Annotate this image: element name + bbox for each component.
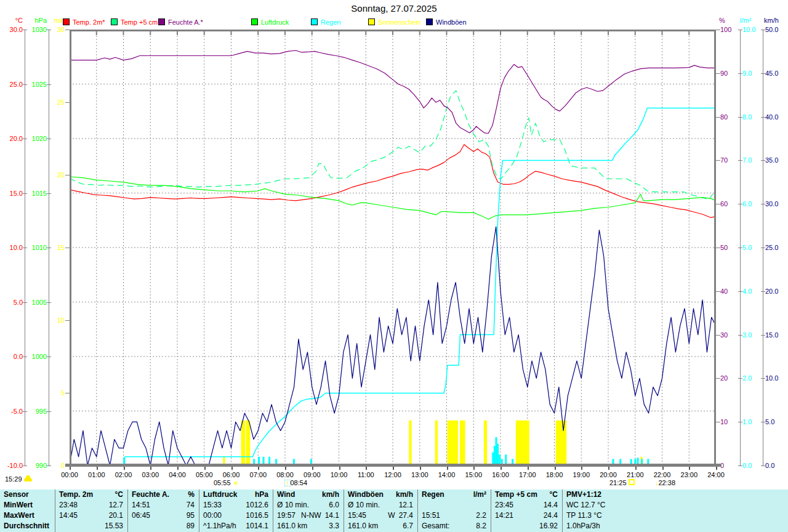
pressure-axis-tick xyxy=(47,302,51,303)
legend-label: Regen xyxy=(321,18,340,26)
table-column-header: Temp +5 cm°C xyxy=(491,490,562,500)
unit-label-hpa: hPa xyxy=(26,17,47,25)
cell-time: Gesamt: xyxy=(422,521,449,531)
unit-label-percent: % xyxy=(719,17,725,25)
table-column-windb-en: Windböenkm/hØ 10 min.12.115:45W27.4161.0… xyxy=(344,490,417,532)
rain-axis-tick xyxy=(738,422,742,422)
humidity-axis-tick-label: 90 xyxy=(720,70,728,78)
table-column-pmv-1-12: PMV+1:12WC 12.7 °CTP 11.3 °C1.0hPa/3h xyxy=(562,490,788,532)
x-tick xyxy=(312,467,313,470)
sensor-unit: °C xyxy=(550,490,558,500)
x-tick xyxy=(124,467,125,470)
x-tick-label: 08:00 xyxy=(271,471,299,478)
cell-time: 06:45 xyxy=(132,510,150,521)
sunshine-bar xyxy=(435,421,438,465)
cell-value: 3.3 xyxy=(329,521,339,531)
wind-axis-tick-label: 50.0 xyxy=(765,26,778,34)
cell-value: 1014.1 xyxy=(246,521,268,531)
unit-label-lm2: l/m² xyxy=(740,17,751,25)
table-column-header: Regenl/m² xyxy=(418,490,491,500)
rain-axis-tick xyxy=(738,204,742,204)
rain-axis-tick-label: 4.0 xyxy=(742,288,752,296)
legend-item: Sonnenschein xyxy=(368,18,421,26)
wind-axis-tick xyxy=(761,335,765,336)
rain-bar xyxy=(496,437,497,465)
moonrise-marker: ↑08:54 xyxy=(284,479,307,486)
table-cell-row: 23:4812.7 xyxy=(55,500,127,510)
legend-label: Temp +5 cm xyxy=(121,18,158,26)
humidity-axis-tick xyxy=(716,422,720,422)
table-cell-row: 14:2124.4 xyxy=(491,510,562,521)
rain-axis-tick xyxy=(738,73,742,74)
sun-icon: ☀ xyxy=(233,479,239,488)
table-column-header: Windböenkm/h xyxy=(344,490,417,500)
x-tick xyxy=(635,467,637,470)
table-column-header: PMV+1:12 xyxy=(563,490,788,500)
sunshine-axis-tick-label: 0 xyxy=(36,462,65,470)
cell-value: 27.4 xyxy=(399,510,413,521)
x-tick-label: 16:00 xyxy=(487,471,514,478)
table-cell-row xyxy=(418,500,491,510)
cell-value: 8.2 xyxy=(476,521,486,531)
table-column-temp-5-cm: Temp +5 cm°C23:4514.414:2124.416.92 xyxy=(491,490,562,532)
table-column-header: Feuchte A.% xyxy=(128,490,199,500)
cell-time: 15:33 xyxy=(203,500,222,510)
plot-border xyxy=(71,31,715,466)
cell-time: 161.0 km xyxy=(348,521,378,531)
pressure-axis-tick xyxy=(47,139,51,139)
humidity-axis-tick xyxy=(716,73,720,74)
sunshine-axis-tick xyxy=(65,320,70,321)
cell-value: 24.4 xyxy=(544,510,558,521)
x-tick xyxy=(339,467,340,470)
x-tick-label: 04:00 xyxy=(164,471,191,478)
table-cell-row: 161.0 km3.3 xyxy=(273,521,344,531)
unit-label-kmh: km/h xyxy=(764,17,779,25)
sunshine-axis-tick xyxy=(65,30,70,30)
table-cell-row: 15:512.2 xyxy=(418,510,491,521)
humidity-axis-tick xyxy=(716,117,720,118)
stats-table: SensorMinWertMaxWertDurchschnittTemp. 2m… xyxy=(0,490,788,532)
table-cell-row: 1.0hPa/3h xyxy=(563,521,788,531)
table-column-header: Temp. 2m°C xyxy=(55,490,127,500)
humidity-axis-tick xyxy=(716,378,720,379)
rain-axis-tick-label: 10.0 xyxy=(742,26,755,34)
rain-axis-tick xyxy=(738,465,742,466)
x-tick xyxy=(608,467,609,470)
legend-item: Regen xyxy=(311,18,340,26)
sensor-unit: km/h xyxy=(396,490,413,500)
cell-direction: W xyxy=(388,510,395,521)
legend-color-swatch xyxy=(311,18,318,25)
wind-axis-tick xyxy=(761,30,765,30)
sunshine-bar xyxy=(484,421,487,465)
humidity-axis-tick xyxy=(716,335,720,336)
measured-at-time: 15:29 xyxy=(5,475,22,483)
legend-label: Windböen xyxy=(436,18,467,26)
x-tick-label: 19:00 xyxy=(568,471,595,478)
legend-color-swatch xyxy=(158,18,165,25)
cell-time: 23:45 xyxy=(495,500,513,510)
pressure-axis-tick-label: 1025 xyxy=(18,81,47,89)
x-tick xyxy=(150,467,151,470)
page-title: Sonntag, 27.07.2025 xyxy=(0,3,788,14)
humidity-axis-tick-label: 70 xyxy=(720,156,728,164)
cell-value: 89 xyxy=(187,521,195,531)
rain-axis-tick-label: 8.0 xyxy=(742,113,752,121)
cell-time: 14:51 xyxy=(132,500,150,510)
sunshine-axis-tick xyxy=(65,393,70,393)
moonrise-time: 08:54 xyxy=(291,479,308,486)
cell-time: 14:45 xyxy=(59,510,78,521)
table-column-luftdruck: LuftdruckhPa15:331012.600:001016.5^1.1hP… xyxy=(199,490,273,532)
table-cell-row: 15:45W27.4 xyxy=(344,510,417,521)
table-column-header: Windkm/h xyxy=(273,490,344,500)
wind-axis-tick xyxy=(761,378,765,379)
cell-time: 14:21 xyxy=(495,510,513,521)
chart-plot-area xyxy=(70,30,716,465)
sunshine-axis-tick-label: 5 xyxy=(36,389,65,397)
sunshine-bar xyxy=(246,421,251,465)
rain-axis-tick xyxy=(738,160,742,161)
weather-day-chart-window: Sonntag, 27.07.2025 °C hPa min % l/m² km… xyxy=(0,0,788,532)
x-tick xyxy=(393,467,394,470)
humidity-axis-tick xyxy=(716,204,720,204)
sunshine-axis-tick-label: 20 xyxy=(36,171,65,179)
x-tick xyxy=(528,467,529,470)
